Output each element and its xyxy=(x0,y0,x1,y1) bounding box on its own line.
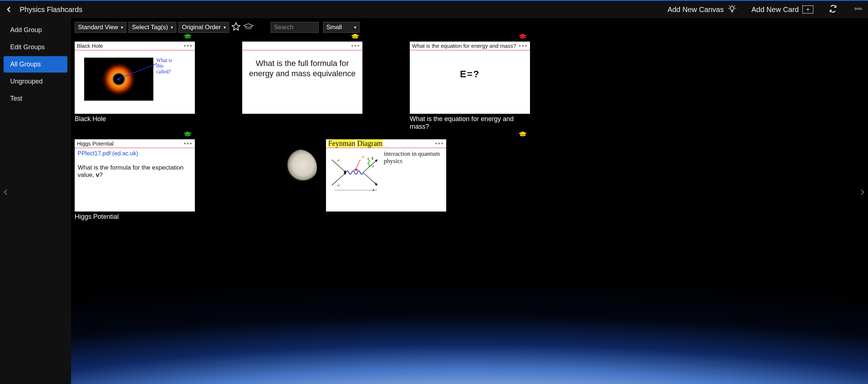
card-title: What is the equation for energy and mass… xyxy=(412,43,519,49)
svg-text:e⁻: e⁻ xyxy=(337,159,340,162)
prev-page-button[interactable] xyxy=(1,185,11,199)
card-caption: Black Hole xyxy=(75,115,195,123)
feynman-diagram: ? e⁻ e⁺ q̅ q γ g t xyxy=(329,150,380,198)
card-question: What is the full formula for energy and … xyxy=(245,53,360,78)
svg-text:g: g xyxy=(372,164,374,167)
plus-icon xyxy=(802,5,813,13)
lightbulb-icon xyxy=(727,4,737,15)
card-menu-button[interactable]: ••• xyxy=(184,44,193,48)
card-title: Feynman Diagram xyxy=(328,139,435,148)
svg-text:γ: γ xyxy=(354,168,356,171)
add-canvas-button[interactable]: Add New Canvas xyxy=(667,4,737,15)
card-link[interactable]: PPlect17.pdf (ed.ac.uk) xyxy=(78,150,192,157)
order-select[interactable]: Original Order▾ xyxy=(178,22,229,33)
flashcard[interactable]: Higgs Potential ••• PPlect17.pdf (ed.ac.… xyxy=(75,139,195,212)
sidebar-item-all-groups[interactable]: All Groups xyxy=(4,56,67,73)
svg-point-1 xyxy=(855,8,857,10)
view-select[interactable]: Standard View▾ xyxy=(75,22,126,33)
graduation-cap-icon xyxy=(182,131,193,139)
add-canvas-label: Add New Canvas xyxy=(667,5,724,14)
card-menu-button[interactable]: ••• xyxy=(519,44,528,48)
sidebar-item-ungrouped[interactable]: Ungrouped xyxy=(4,73,67,90)
next-page-button[interactable] xyxy=(857,185,867,199)
sync-button[interactable] xyxy=(828,4,838,15)
graduation-cap-icon xyxy=(518,131,528,139)
flashcard[interactable]: Feynman Diagram ••• xyxy=(326,139,446,212)
card-caption: Higgs Potential xyxy=(75,213,195,221)
search-input[interactable] xyxy=(271,22,319,33)
svg-text:?: ? xyxy=(362,155,364,160)
flashcard[interactable]: Black Hole ••• xyxy=(75,42,195,114)
back-button[interactable] xyxy=(4,5,14,14)
handwritten-note: interaction in quantum physics xyxy=(384,150,443,198)
sidebar: Add Group Edit Groups All Groups Ungroup… xyxy=(0,18,71,384)
svg-text:t: t xyxy=(376,189,377,192)
svg-point-2 xyxy=(857,8,859,10)
card-menu-button[interactable]: ••• xyxy=(435,142,444,146)
add-card-button[interactable]: Add New Card xyxy=(751,5,813,14)
card-title: Black Hole xyxy=(77,43,184,49)
app-header: Physics Flashcards Add New Canvas Add Ne… xyxy=(0,1,868,18)
svg-text:q̅: q̅ xyxy=(371,157,373,160)
page-title: Physics Flashcards xyxy=(20,5,82,14)
svg-marker-4 xyxy=(232,23,240,30)
sidebar-item-test[interactable]: Test xyxy=(4,90,67,107)
svg-text:e⁺: e⁺ xyxy=(337,184,340,187)
toolbar: Standard View▾ Select Tag(s)▾ Original O… xyxy=(75,22,864,33)
add-card-label: Add New Card xyxy=(751,5,799,14)
svg-line-9 xyxy=(363,160,377,172)
graduation-cap-icon xyxy=(182,33,193,42)
svg-point-3 xyxy=(860,8,862,10)
card-question: What is the formula for the expectation … xyxy=(78,164,192,179)
sidebar-item-edit-groups[interactable]: Edit Groups xyxy=(4,39,67,55)
flashcard[interactable]: ••• What is the full formula for energy … xyxy=(242,42,362,114)
sidebar-item-add-group[interactable]: Add Group xyxy=(4,22,67,38)
card-caption: What is the equation for energy and mass… xyxy=(410,115,530,131)
size-select[interactable]: Small▾ xyxy=(323,22,360,33)
black-hole-image xyxy=(84,58,153,101)
svg-text:q: q xyxy=(374,181,376,185)
card-menu-button[interactable]: ••• xyxy=(184,142,193,146)
graduation-cap-icon xyxy=(518,33,528,42)
card-menu-button[interactable]: ••• xyxy=(351,44,360,48)
study-filter-button[interactable] xyxy=(243,23,254,32)
card-equation: E=? xyxy=(413,53,527,80)
star-filter-button[interactable] xyxy=(231,22,241,33)
tag-select[interactable]: Select Tag(s)▾ xyxy=(129,22,176,33)
svg-point-0 xyxy=(730,6,734,10)
flashcard[interactable]: What is the equation for energy and mass… xyxy=(410,42,530,114)
graduation-cap-icon xyxy=(350,33,360,42)
more-menu-button[interactable] xyxy=(853,4,864,15)
card-title: Higgs Potential xyxy=(77,140,184,147)
